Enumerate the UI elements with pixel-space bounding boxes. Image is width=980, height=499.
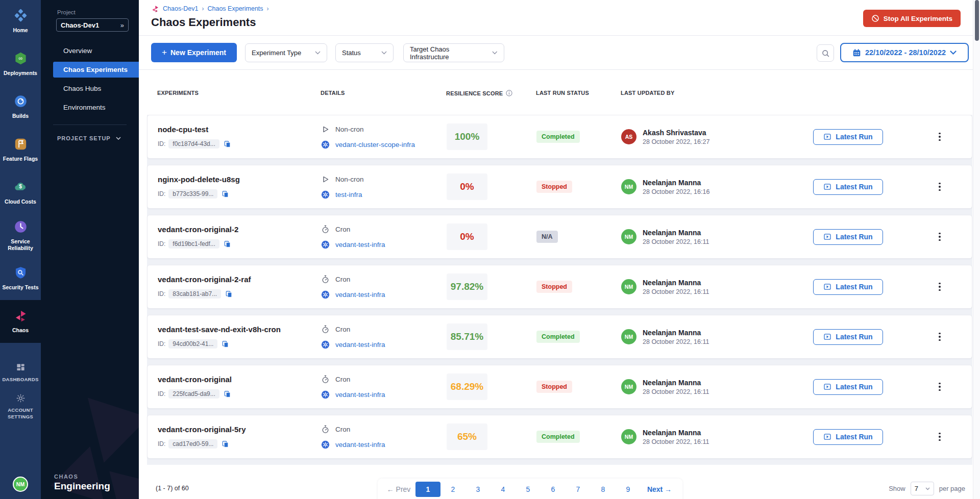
home-icon xyxy=(14,9,28,24)
copy-icon[interactable] xyxy=(222,190,229,198)
sidebar-item-deployments[interactable]: ∞ Deployments xyxy=(0,43,41,86)
sidebar-item-cloud-costs[interactable]: $ Cloud Costs xyxy=(0,171,41,214)
experiment-name[interactable]: node-cpu-test xyxy=(158,125,321,134)
page-number-button[interactable]: 1 xyxy=(415,482,440,497)
infrastructure-link[interactable]: vedant-test-infra xyxy=(335,441,385,448)
latest-run-button[interactable]: Latest Run xyxy=(813,279,883,295)
status-filter[interactable]: Status xyxy=(335,43,394,62)
experiment-row[interactable]: vedant-cron-original-2 ID: f6d19bc1-fedf… xyxy=(147,215,972,259)
experiment-name[interactable]: nginx-pod-delete-u8sg xyxy=(158,175,321,184)
copy-icon[interactable] xyxy=(224,390,231,398)
experiment-name[interactable]: vedant-cron-original-2-raf xyxy=(158,275,321,284)
module-brand: CHAOS Engineering xyxy=(54,473,110,492)
page-number-button[interactable]: 8 xyxy=(591,482,616,497)
copy-icon[interactable] xyxy=(225,290,233,298)
page-number-button[interactable]: 7 xyxy=(566,482,591,497)
id-prefix: ID: xyxy=(158,140,165,147)
new-experiment-button[interactable]: + New Experiment xyxy=(151,43,237,62)
latest-run-button[interactable]: Latest Run xyxy=(813,329,883,345)
sidebar-item-chaos[interactable]: Chaos xyxy=(0,300,41,343)
page-number-button[interactable]: 2 xyxy=(440,482,465,497)
builds-icon xyxy=(14,94,28,110)
infrastructure-link[interactable]: vedant-test-infra xyxy=(335,241,385,248)
project-selector[interactable]: Chaos-Dev1 » xyxy=(56,18,129,32)
page-size-select[interactable]: 7 xyxy=(911,482,934,495)
breadcrumb-project-link[interactable]: Chaos-Dev1 xyxy=(163,5,198,12)
resilience-score: 65% xyxy=(457,431,477,442)
sidebar-item-feature-flags[interactable]: Feature Flags xyxy=(0,129,41,171)
experiment-row[interactable]: vedant-cron-original-2-raf ID: 83cab181-… xyxy=(147,265,972,309)
row-menu-kebab-icon[interactable] xyxy=(936,281,943,293)
prev-page-button[interactable]: ← Prev xyxy=(382,485,415,493)
infrastructure-link[interactable]: vedant-test-infra xyxy=(335,391,385,398)
row-menu-kebab-icon[interactable] xyxy=(936,181,943,193)
latest-run-button[interactable]: Latest Run xyxy=(813,129,883,145)
gear-icon xyxy=(16,393,26,405)
sidebar-item-builds[interactable]: Builds xyxy=(0,86,41,129)
vertical-scrollbar[interactable] xyxy=(973,0,980,499)
page-number-button[interactable]: 4 xyxy=(491,482,516,497)
latest-run-button[interactable]: Latest Run xyxy=(813,229,883,245)
latest-run-button[interactable]: Latest Run xyxy=(813,179,883,195)
page-number-button[interactable]: 3 xyxy=(465,482,491,497)
copy-icon[interactable] xyxy=(224,240,231,248)
nav-item-chaos-hubs[interactable]: Chaos Hubs xyxy=(53,81,139,96)
experiment-name[interactable]: vedant-cron-original-5ry xyxy=(158,425,321,434)
infrastructure-link[interactable]: vedant-test-infra xyxy=(335,291,385,298)
infrastructure-link[interactable]: vedant-test-infra xyxy=(335,341,385,348)
experiment-name[interactable]: vedant-test-save-nd-exit-v8h-cron xyxy=(158,325,321,334)
target-infrastructure-filter[interactable]: Target Chaos Infrastructure xyxy=(403,43,504,62)
page-number-button[interactable]: 6 xyxy=(541,482,566,497)
sidebar-item-security-tests[interactable]: Security Tests xyxy=(0,257,41,300)
collapse-sidebar-icon[interactable]: » xyxy=(120,21,124,29)
experiment-row[interactable]: nginx-pod-delete-u8sg ID: b773c335-99...… xyxy=(147,165,972,209)
next-page-button[interactable]: Next → xyxy=(641,485,678,493)
copy-icon[interactable] xyxy=(224,140,231,148)
latest-run-button[interactable]: Latest Run xyxy=(813,429,883,445)
experiment-name-cell: node-cpu-test ID: f0c187d4-43d... xyxy=(158,125,321,148)
infrastructure-link[interactable]: test-infra xyxy=(335,191,362,198)
experiment-row[interactable]: vedant-cron-original ID: 225fcad5-da9...… xyxy=(147,365,972,409)
search-button[interactable] xyxy=(817,44,834,62)
sidebar-item-service-reliability[interactable]: Service Reliability xyxy=(0,214,41,257)
sidebar-item-account-settings[interactable]: ACCOUNT SETTINGS xyxy=(0,390,41,423)
row-menu-kebab-icon[interactable] xyxy=(936,131,943,143)
experiment-row[interactable]: vedant-test-save-nd-exit-v8h-cron ID: 94… xyxy=(147,315,972,359)
experiment-name[interactable]: vedant-cron-original xyxy=(158,375,321,384)
nav-item-chaos-experiments[interactable]: Chaos Experiments xyxy=(53,62,139,78)
stop-all-experiments-button[interactable]: Stop All Experiments xyxy=(863,10,961,27)
status-badge: Completed xyxy=(536,431,580,443)
row-menu-kebab-icon[interactable] xyxy=(936,231,943,243)
latest-run-button[interactable]: Latest Run xyxy=(813,379,883,395)
user-block: Neelanjan Manna 28 October 2022, 16:11 xyxy=(643,379,709,395)
sidebar-item-dashboards[interactable]: DASHBOARDS xyxy=(0,356,41,390)
user-name: Neelanjan Manna xyxy=(643,229,709,237)
resilience-score-cell: 0% xyxy=(447,223,487,250)
date-range-picker[interactable]: 22/10/2022 - 28/10/2022 xyxy=(840,43,969,62)
user-avatar[interactable]: NM xyxy=(13,477,28,492)
last-updated-cell: NM Neelanjan Manna 28 October 2022, 16:1… xyxy=(621,279,813,295)
experiment-name[interactable]: vedant-cron-original-2 xyxy=(158,225,321,234)
column-experiments: EXPERIMENTS xyxy=(157,90,321,96)
experiment-row[interactable]: node-cpu-test ID: f0c187d4-43d... Non-cr… xyxy=(147,115,972,159)
nav-item-environments[interactable]: Environments xyxy=(53,99,139,115)
info-icon[interactable] xyxy=(506,90,512,96)
row-menu-kebab-icon[interactable] xyxy=(936,431,943,443)
page-number-button[interactable]: 5 xyxy=(516,482,541,497)
nav-item-overview[interactable]: Overview xyxy=(53,43,139,59)
infrastructure-link[interactable]: vedant-cluster-scope-infra xyxy=(335,141,415,148)
page-number-button[interactable]: 9 xyxy=(616,482,641,497)
row-menu-kebab-icon[interactable] xyxy=(936,381,943,393)
breadcrumb-experiments-link[interactable]: Chaos Experiments xyxy=(207,5,263,12)
kubernetes-icon xyxy=(321,140,330,149)
sidebar-item-home[interactable]: Home xyxy=(0,0,41,43)
row-menu-kebab-icon[interactable] xyxy=(936,331,943,343)
user-block: Neelanjan Manna 28 October 2022, 16:11 xyxy=(643,279,709,295)
scrollbar-thumb[interactable] xyxy=(975,0,979,41)
updated-date: 28 October 2022, 16:16 xyxy=(643,188,709,195)
copy-icon[interactable] xyxy=(222,440,229,448)
experiment-type-filter[interactable]: Experiment Type xyxy=(245,43,327,62)
project-setup-toggle[interactable]: PROJECT SETUP xyxy=(57,135,139,141)
copy-icon[interactable] xyxy=(222,340,229,348)
experiment-row[interactable]: vedant-cron-original-5ry ID: cad17ed0-59… xyxy=(147,415,972,459)
